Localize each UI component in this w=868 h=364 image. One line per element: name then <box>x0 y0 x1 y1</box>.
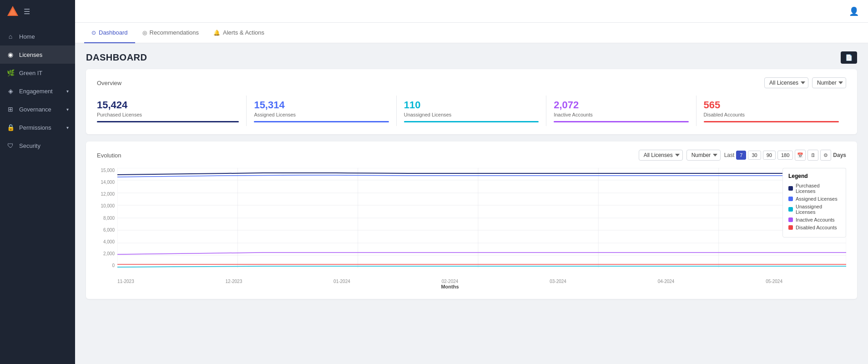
sidebar-item-engagement[interactable]: ◈ Engagement ▾ <box>0 82 75 100</box>
logo-icon <box>6 5 19 18</box>
legend-title: Legend <box>788 173 840 179</box>
calendar-icon-btn[interactable]: 📅 <box>795 150 806 161</box>
x-label-5: 04-2024 <box>658 279 675 284</box>
settings-icon-btn[interactable]: ⚙ <box>820 150 831 161</box>
stats-row: 15,424 Purchased Licenses 15,314 Assigne… <box>97 96 846 126</box>
chevron-down-icon: ▾ <box>66 125 69 130</box>
day-btn-90[interactable]: 90 <box>763 151 776 160</box>
stat-number-purchased: 15,424 <box>97 99 239 111</box>
evolution-label: Evolution <box>97 152 121 159</box>
stat-bar-unassigned <box>404 121 539 122</box>
export-button[interactable]: 📄 <box>841 51 857 64</box>
x-label-0: 11-2023 <box>117 279 134 284</box>
stat-bar-disabled <box>704 121 839 122</box>
chart-svg <box>117 168 846 268</box>
stat-bar-purchased <box>97 121 239 122</box>
sidebar-item-label: Security <box>19 142 69 149</box>
stat-inactive: 2,072 Inactive Accounts <box>546 96 696 126</box>
tabs-bar: ⊙ Dashboard ◎ Recommendations 🔔 Alerts &… <box>75 23 868 43</box>
stat-purchased: 15,424 Purchased Licenses <box>97 96 247 126</box>
x-axis-title: Months <box>117 284 782 289</box>
sidebar-item-home[interactable]: ⌂ Home <box>0 27 75 46</box>
sidebar-item-label: Permissions <box>19 124 62 131</box>
sidebar-item-licenses[interactable]: ◉ Licenses <box>0 46 75 64</box>
sidebar-item-label: Green IT <box>19 70 69 76</box>
dashboard-header: DASHBOARD 📄 <box>75 43 868 69</box>
stat-bar-inactive <box>554 121 688 122</box>
sidebar-item-label: Licenses <box>19 51 69 58</box>
chevron-down-icon: ▾ <box>66 89 69 94</box>
stat-disabled: 565 Disabled Accounts <box>696 96 846 126</box>
user-icon[interactable]: 👤 <box>849 6 859 16</box>
topbar: 👤 <box>75 0 868 23</box>
evolution-license-filter[interactable]: All Licenses <box>639 150 683 161</box>
legend-item-purchased: Purchased Licenses <box>788 183 840 194</box>
engagement-icon: ◈ <box>6 87 15 95</box>
stat-number-disabled: 565 <box>704 99 839 111</box>
sidebar-header: ☰ <box>0 0 75 23</box>
legend-item-disabled: Disabled Accounts <box>788 225 840 230</box>
governance-icon: ⊞ <box>6 105 15 113</box>
sidebar-item-label: Home <box>19 33 69 40</box>
stat-label-assigned: Assigned Licenses <box>254 112 389 117</box>
sidebar-item-governance[interactable]: ⊞ Governance ▾ <box>0 100 75 118</box>
evolution-number-filter[interactable]: Number <box>686 150 721 161</box>
legend-item-inactive: Inactive Accounts <box>788 217 840 222</box>
calendar2-icon-btn[interactable]: 🗓 <box>807 150 818 161</box>
overview-card: Overview All Licenses Number 15,424 Purc… <box>86 69 857 134</box>
tab-alerts[interactable]: 🔔 Alerts & Actions <box>206 23 272 43</box>
security-icon: 🛡 <box>6 142 15 150</box>
stat-unassigned: 110 Unassigned Licenses <box>397 96 546 126</box>
legend-item-unassigned: Unassigned Licenses <box>788 204 840 215</box>
legend-item-assigned: Assigned Licenses <box>788 196 840 202</box>
legend-color-disabled <box>788 225 793 230</box>
legend-label-purchased: Purchased Licenses <box>796 183 840 194</box>
days-filter: Last 7 30 90 180 📅 🗓 ⚙ Days <box>724 150 846 161</box>
sidebar-item-security[interactable]: 🛡 Security <box>0 136 75 155</box>
overview-label: Overview <box>97 80 121 86</box>
content-area: DASHBOARD 📄 Overview All Licenses Number <box>75 43 868 364</box>
legend-color-unassigned <box>788 207 793 212</box>
x-axis-labels: 11-2023 12-2023 01-2024 02-2024 03-2024 … <box>117 277 782 284</box>
chevron-down-icon: ▾ <box>66 107 69 112</box>
day-btn-30[interactable]: 30 <box>748 151 761 160</box>
licenses-icon: ◉ <box>6 51 15 59</box>
tab-recommendations[interactable]: ◎ Recommendations <box>135 23 206 43</box>
tab-label: Recommendations <box>150 29 199 36</box>
stat-label-disabled: Disabled Accounts <box>704 112 839 117</box>
x-label-6: 05-2024 <box>766 279 782 284</box>
home-icon: ⌂ <box>6 32 15 40</box>
sidebar-item-permissions[interactable]: 🔒 Permissions ▾ <box>0 118 75 136</box>
legend-color-purchased <box>788 186 793 191</box>
stat-bar-assigned <box>254 121 389 122</box>
tab-dashboard[interactable]: ⊙ Dashboard <box>84 23 135 43</box>
last-label: Last <box>724 152 735 158</box>
day-btn-7[interactable]: 7 <box>736 151 746 160</box>
x-label-4: 03-2024 <box>550 279 566 284</box>
sidebar-item-greenit[interactable]: 🌿 Green IT <box>0 64 75 82</box>
legend-label-disabled: Disabled Accounts <box>796 225 837 230</box>
stat-number-inactive: 2,072 <box>554 99 688 111</box>
day-btn-180[interactable]: 180 <box>777 151 793 160</box>
legend-color-inactive <box>788 217 793 222</box>
evolution-card: Evolution All Licenses Number Last 7 30 … <box>86 142 857 299</box>
legend-label-unassigned: Unassigned Licenses <box>796 204 840 215</box>
evolution-controls: All Licenses Number Last 7 30 90 180 📅 🗓… <box>639 150 846 161</box>
alerts-tab-icon: 🔔 <box>213 30 220 36</box>
evolution-header: Evolution All Licenses Number Last 7 30 … <box>97 150 846 161</box>
tab-label: Dashboard <box>99 29 128 36</box>
tab-label: Alerts & Actions <box>223 29 264 36</box>
legend-label-assigned: Assigned Licenses <box>796 196 838 202</box>
sidebar-nav: ⌂ Home ◉ Licenses 🌿 Green IT ◈ Engagemen… <box>0 23 75 364</box>
stat-label-inactive: Inactive Accounts <box>554 112 688 117</box>
permissions-icon: 🔒 <box>6 123 15 131</box>
page-title: DASHBOARD <box>86 52 147 63</box>
number-filter-select[interactable]: Number <box>812 77 846 88</box>
hamburger-icon[interactable]: ☰ <box>24 7 30 16</box>
stat-number-assigned: 15,314 <box>254 99 389 111</box>
days-label: Days <box>833 152 846 158</box>
x-label-3: 02-2024 <box>442 279 459 284</box>
sidebar: ☰ ⌂ Home ◉ Licenses 🌿 Green IT ◈ Engagem… <box>0 0 75 364</box>
license-filter-select[interactable]: All Licenses <box>764 77 808 88</box>
y-axis: 15,000 14,000 12,000 10,000 8,000 6,000 … <box>97 168 117 268</box>
